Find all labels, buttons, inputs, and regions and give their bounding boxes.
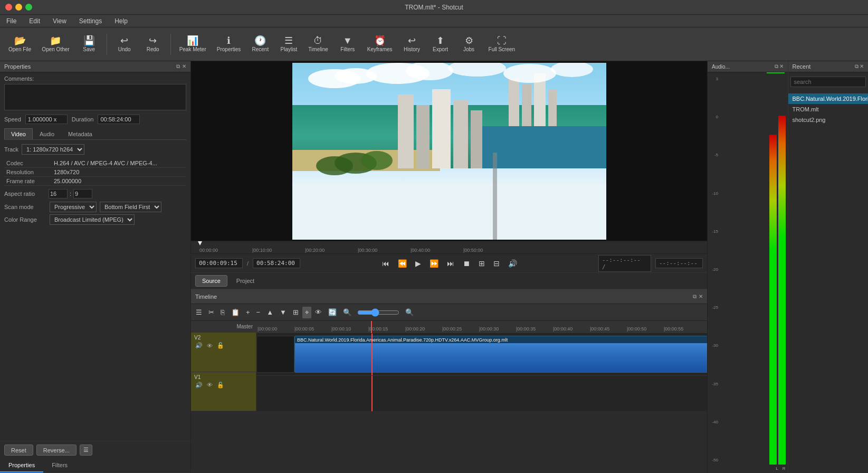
color-range-select[interactable]: Broadcast Limited (MPEG) [50, 214, 135, 225]
tl-zoom-in-button[interactable]: 🔍 [403, 307, 416, 318]
jump-end-button[interactable]: ⏭ [445, 258, 456, 269]
tl-menu-button[interactable]: ☰ [193, 307, 205, 318]
tl-snap-button[interactable]: ⌖ [302, 307, 311, 318]
v1-eye-button[interactable]: 👁 [206, 381, 214, 389]
meter-display: 3 0 -5 -10 -15 -20 -25 -30 -35 -40 -50 [708, 72, 788, 473]
menu-settings[interactable]: Settings [77, 16, 104, 26]
close-button[interactable] [5, 4, 12, 11]
track-select[interactable]: 1: 1280x720 h264 [22, 144, 84, 155]
menu-edit[interactable]: Edit [27, 16, 42, 26]
current-time-display[interactable] [195, 258, 243, 268]
menu-file[interactable]: File [4, 16, 18, 26]
properties-tabs: Video Audio Metadata [4, 128, 186, 140]
v1-audio-button[interactable]: 🔊 [194, 381, 204, 389]
main-clip[interactable]: BBC.Natural.World.2019.Florida.Americas.… [294, 336, 707, 373]
tl-zoom-out-button[interactable]: 🔍 [340, 307, 354, 318]
panel-float-icon[interactable]: ⧉ [176, 63, 180, 70]
snap-button[interactable]: ⊟ [491, 258, 502, 269]
scan-mode-select[interactable]: Progressive [50, 202, 97, 212]
tab-filters[interactable]: Filters [43, 459, 76, 472]
open-other-button[interactable]: 📁 Open Other [37, 34, 73, 54]
recent-close-icon[interactable]: ✕ [860, 63, 864, 70]
tl-cut-button[interactable]: ✂ [206, 307, 217, 318]
black-clip[interactable] [256, 336, 294, 373]
playlist-button[interactable]: ☰ Playlist [275, 34, 302, 54]
recent-search-input[interactable] [790, 77, 866, 87]
audio-close-icon[interactable]: ✕ [779, 63, 784, 70]
timeline-button[interactable]: ⏱ Timeline [304, 34, 332, 54]
history-button[interactable]: ↩ History [399, 34, 425, 54]
tl-paste-button[interactable]: 📋 [228, 307, 242, 318]
audio-float-icon[interactable]: ⧉ [775, 63, 778, 70]
tl-loop-button[interactable]: 🔄 [326, 307, 339, 318]
export-button[interactable]: ⬆ Export [427, 34, 454, 54]
total-time-display[interactable] [253, 258, 300, 268]
timeline-float-icon[interactable]: ⧉ [693, 294, 697, 300]
recent-item-0[interactable]: BBC.Natural.World.2019.Florida.Am... [788, 93, 869, 104]
tl-overwrite-button[interactable]: ▼ [277, 307, 289, 318]
aspect-y-input[interactable] [73, 189, 92, 198]
tl-lift-button[interactable]: ▲ [264, 307, 276, 318]
open-file-button[interactable]: 📂 Open File [4, 34, 35, 54]
keyframes-button[interactable]: ⏰ Keyframes [363, 34, 397, 54]
duration-input[interactable] [98, 115, 140, 124]
history-label: History [404, 46, 420, 52]
v2-audio-button[interactable]: 🔊 [194, 342, 204, 349]
play-button[interactable]: ▶ [413, 258, 423, 269]
toggle-button[interactable]: ⏹ [461, 258, 472, 269]
redo-button[interactable]: ↪ Redo [140, 34, 166, 54]
menu-help[interactable]: Help [112, 16, 130, 26]
tab-audio[interactable]: Audio [33, 128, 61, 139]
step-back-button[interactable]: ⏪ [396, 258, 409, 269]
reset-button[interactable]: Reset [4, 444, 33, 456]
tab-properties[interactable]: Properties [0, 459, 43, 472]
step-forward-button[interactable]: ⏩ [427, 258, 441, 269]
jobs-button[interactable]: ⚙ Jobs [456, 34, 482, 54]
recent-item-2[interactable]: shotcut2.png [788, 115, 869, 125]
svg-rect-47 [295, 343, 707, 372]
tl-add-track-button[interactable]: + [243, 307, 253, 318]
recent-button[interactable]: 🕐 Recent [247, 34, 273, 54]
aspect-x-input[interactable] [49, 189, 68, 198]
maximize-button[interactable] [25, 4, 32, 11]
tab-metadata[interactable]: Metadata [61, 128, 99, 139]
v2-lock-button[interactable]: 🔓 [216, 342, 225, 349]
peak-meter-button[interactable]: 📊 Peak Meter [175, 34, 211, 54]
tl-split-button[interactable]: ⊞ [290, 307, 301, 318]
menu-view[interactable]: View [51, 16, 69, 26]
source-tab[interactable]: Source [195, 275, 227, 287]
tl-copy-button[interactable]: ⎘ [218, 307, 227, 318]
jump-start-button[interactable]: ⏮ [380, 258, 392, 269]
project-tab[interactable]: Project [230, 275, 261, 287]
bottom-field-select[interactable]: Bottom Field First [100, 202, 161, 212]
preview-ruler: 00:00:00 |00:10:00 |00:20:00 |00:30:00 |… [191, 241, 707, 253]
full-screen-button[interactable]: ⛶ Full Screen [484, 34, 520, 54]
speed-input[interactable] [25, 115, 68, 124]
undo-button[interactable]: ↩ Undo [111, 34, 138, 54]
tab-video[interactable]: Video [4, 128, 33, 139]
recent-item-1[interactable]: TROM.mlt [788, 104, 869, 115]
panel-close-icon[interactable]: ✕ [182, 63, 186, 70]
recent-float-icon[interactable]: ⧉ [855, 63, 859, 70]
reverse-button[interactable]: Reverse... [36, 444, 77, 456]
v2-eye-button[interactable]: 👁 [206, 342, 214, 349]
open-other-icon: 📁 [50, 36, 61, 45]
more-menu-button[interactable]: ☰ [80, 444, 92, 456]
volume-button[interactable]: 🔊 [506, 258, 519, 269]
comments-box[interactable] [4, 84, 186, 110]
tl-ripple-button[interactable]: 👁 [312, 307, 325, 318]
export-label: Export [433, 46, 448, 52]
grid-button[interactable]: ⊞ [476, 258, 487, 269]
minimize-button[interactable] [15, 4, 22, 11]
waveform-svg: // This won't execute - static waveform … [295, 343, 707, 372]
in-point-display: --:--:--:-- / [598, 255, 651, 272]
zoom-slider[interactable] [357, 308, 399, 317]
playlist-icon: ☰ [284, 36, 293, 45]
scale-30: -30 [712, 343, 718, 348]
tl-remove-track-button[interactable]: − [254, 307, 263, 318]
properties-button[interactable]: ℹ Properties [213, 34, 245, 54]
v1-lock-button[interactable]: 🔓 [216, 381, 225, 389]
filters-button[interactable]: ▼ Filters [335, 34, 361, 54]
timeline-close-icon[interactable]: ✕ [699, 294, 703, 300]
save-button[interactable]: 💾 Save [76, 34, 102, 54]
